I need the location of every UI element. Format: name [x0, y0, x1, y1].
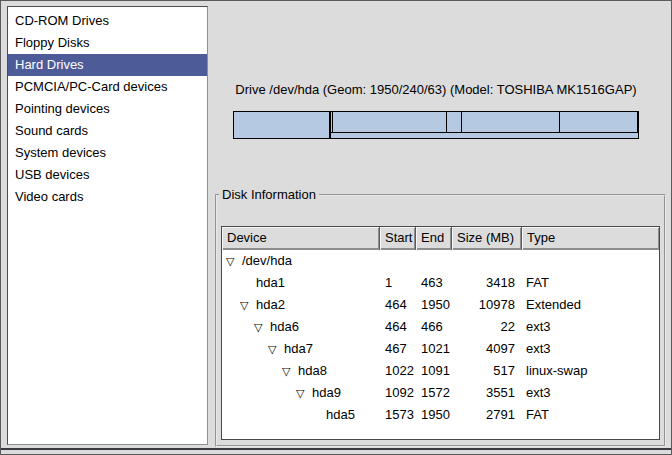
sidebar-item-hard-drives[interactable]: Hard Drives — [8, 54, 207, 76]
expander-icon[interactable]: ▽ — [282, 360, 298, 382]
sidebar-item-pointing-devices[interactable]: Pointing devices — [8, 98, 207, 120]
cell-size: 2791 — [452, 404, 522, 426]
device-label: hda8 — [298, 360, 327, 382]
cell-size: 10978 — [452, 294, 522, 316]
sidebar-item-usb-devices[interactable]: USB devices — [8, 164, 207, 186]
column-header-size-mb[interactable]: Size (MB) — [452, 227, 522, 250]
sidebar-item-system-devices[interactable]: System devices — [8, 142, 207, 164]
table-body: ▽/dev/hdahda114633418FAT▽hda246419501097… — [222, 250, 659, 426]
cell-size: 3418 — [452, 272, 522, 294]
cell-type: FAT — [522, 404, 659, 426]
cell-size: 22 — [452, 316, 522, 338]
cell-type: FAT — [522, 272, 659, 294]
partition-segment-hda5 — [560, 112, 638, 133]
cell-type: ext3 — [522, 316, 659, 338]
table-row-dev-hda[interactable]: ▽/dev/hda — [222, 250, 659, 272]
device-label: /dev/hda — [242, 250, 292, 272]
sidebar-item-sound-cards[interactable]: Sound cards — [8, 120, 207, 142]
cell-device: ▽hda2 — [222, 294, 380, 316]
column-header-end[interactable]: End — [416, 227, 452, 250]
partition-segment-hda7 — [333, 112, 447, 133]
cell-size — [452, 250, 522, 272]
table-header-row: DeviceStartEndSize (MB)Type — [222, 227, 659, 250]
cell-device: ▽hda9 — [222, 382, 380, 404]
device-label: hda9 — [312, 382, 341, 404]
partition-table: DeviceStartEndSize (MB)Type ▽/dev/hdahda… — [221, 226, 660, 440]
column-header-type[interactable]: Type — [522, 227, 659, 250]
cell-start — [380, 250, 416, 272]
cell-device: ▽/dev/hda — [222, 250, 380, 272]
cell-start: 467 — [380, 338, 416, 360]
cell-device: ▽hda6 — [222, 316, 380, 338]
cell-size: 517 — [452, 360, 522, 382]
sidebar-item-floppy-disks[interactable]: Floppy Disks — [8, 32, 207, 54]
table-row-hda1[interactable]: hda114633418FAT — [222, 272, 659, 294]
sidebar-item-cd-rom-drives[interactable]: CD-ROM Drives — [8, 10, 207, 32]
partition-bar — [233, 111, 639, 139]
window-bottom-edge — [1, 448, 671, 450]
cell-start: 1092 — [380, 382, 416, 404]
partition-segment-hda9 — [462, 112, 561, 133]
cell-type: ext3 — [522, 338, 659, 360]
cell-size: 4097 — [452, 338, 522, 360]
partition-segment-hda1 — [234, 112, 330, 138]
cell-end: 1950 — [416, 404, 452, 426]
cell-end: 466 — [416, 316, 452, 338]
cell-type: Extended — [522, 294, 659, 316]
table-row-hda8[interactable]: ▽hda810221091517linux-swap — [222, 360, 659, 382]
cell-end: 1091 — [416, 360, 452, 382]
device-label: hda7 — [284, 338, 313, 360]
cell-start: 1573 — [380, 404, 416, 426]
expander-icon[interactable]: ▽ — [254, 316, 270, 338]
logical-partition-row — [331, 112, 638, 133]
table-row-hda7[interactable]: ▽hda746710214097ext3 — [222, 338, 659, 360]
device-label: hda6 — [270, 316, 299, 338]
sidebar-item-pcmcia-pc-card-devices[interactable]: PCMCIA/PC-Card devices — [8, 76, 207, 98]
hardware-browser-window: CD-ROM DrivesFloppy DisksHard DrivesPCMC… — [0, 0, 672, 455]
cell-end — [416, 250, 452, 272]
column-header-start[interactable]: Start — [380, 227, 416, 250]
cell-start: 464 — [380, 294, 416, 316]
expander-icon[interactable]: ▽ — [226, 250, 242, 272]
expander-icon[interactable]: ▽ — [296, 382, 312, 404]
cell-type — [522, 250, 659, 272]
expander-icon[interactable]: ▽ — [268, 338, 284, 360]
column-header-device[interactable]: Device — [222, 227, 380, 250]
cell-device: ▽hda7 — [222, 338, 380, 360]
partition-segment-hda2 — [330, 112, 638, 138]
cell-device: ▽hda8 — [222, 360, 380, 382]
table-row-hda9[interactable]: ▽hda9109215723551ext3 — [222, 382, 659, 404]
table-row-hda6[interactable]: ▽hda646446622ext3 — [222, 316, 659, 338]
cell-end: 1021 — [416, 338, 452, 360]
drive-title: Drive /dev/hda (Geom: 1950/240/63) (Mode… — [233, 82, 639, 97]
table-row-hda2[interactable]: ▽hda2464195010978Extended — [222, 294, 659, 316]
cell-device: hda1 — [222, 272, 380, 294]
partition-segment-hda8 — [447, 112, 462, 133]
cell-end: 463 — [416, 272, 452, 294]
group-title: Disk Information — [219, 187, 319, 202]
cell-start: 1022 — [380, 360, 416, 382]
cell-device: hda5 — [222, 404, 380, 426]
sidebar-item-video-cards[interactable]: Video cards — [8, 186, 207, 208]
device-category-list: CD-ROM DrivesFloppy DisksHard DrivesPCMC… — [7, 6, 208, 445]
device-label: hda1 — [256, 272, 285, 294]
cell-start: 464 — [380, 316, 416, 338]
device-label: hda5 — [326, 404, 355, 426]
cell-end: 1572 — [416, 382, 452, 404]
cell-size: 3551 — [452, 382, 522, 404]
device-label: hda2 — [256, 294, 285, 316]
cell-end: 1950 — [416, 294, 452, 316]
expander-icon[interactable]: ▽ — [240, 294, 256, 316]
table-row-hda5[interactable]: hda5157319502791FAT — [222, 404, 659, 426]
cell-start: 1 — [380, 272, 416, 294]
cell-type: ext3 — [522, 382, 659, 404]
cell-type: linux-swap — [522, 360, 659, 382]
disk-information-group: Disk Information DeviceStartEndSize (MB)… — [215, 187, 666, 447]
